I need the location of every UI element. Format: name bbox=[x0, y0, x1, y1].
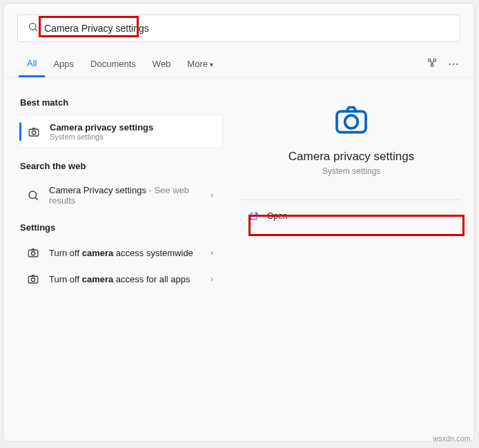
svg-point-10 bbox=[31, 252, 35, 255]
svg-point-4 bbox=[431, 64, 433, 66]
detail-panel: Camera privacy settings System settings … bbox=[231, 78, 474, 440]
watermark: wsxdn.com bbox=[433, 434, 471, 442]
tab-web[interactable]: Web bbox=[144, 52, 179, 76]
svg-point-0 bbox=[30, 23, 36, 30]
chevron-right-icon: › bbox=[206, 274, 217, 284]
search-icon bbox=[26, 189, 41, 202]
detail-hero: Camera privacy settings System settings bbox=[242, 93, 460, 190]
open-external-icon bbox=[249, 211, 259, 221]
search-icon bbox=[28, 21, 39, 35]
result-best-match[interactable]: Camera privacy settings System settings bbox=[19, 115, 223, 148]
result-title: Turn off camera access for all apps bbox=[49, 274, 206, 284]
share-icon[interactable] bbox=[426, 57, 438, 72]
svg-rect-9 bbox=[28, 250, 38, 257]
detail-title: Camera privacy settings bbox=[242, 150, 460, 164]
camera-icon bbox=[26, 273, 41, 285]
search-input[interactable] bbox=[44, 23, 450, 34]
search-bar[interactable] bbox=[17, 14, 460, 42]
section-search-web: Search the web bbox=[20, 161, 223, 171]
result-setting-allapps[interactable]: Turn off camera access for all apps › bbox=[19, 266, 223, 292]
chevron-right-icon: › bbox=[206, 191, 217, 200]
filter-tabs: All Apps Documents Web More▾ ⋯ bbox=[3, 50, 474, 78]
svg-point-6 bbox=[32, 130, 35, 134]
detail-subtitle: System settings bbox=[242, 166, 460, 176]
svg-point-14 bbox=[345, 115, 358, 128]
svg-rect-11 bbox=[28, 276, 38, 283]
content-area: Best match Camera privacy settings Syste… bbox=[3, 78, 474, 440]
result-subtitle: System settings bbox=[50, 133, 217, 141]
chevron-right-icon: › bbox=[206, 248, 217, 257]
search-window: All Apps Documents Web More▾ ⋯ Best matc… bbox=[3, 3, 475, 442]
section-best-match: Best match bbox=[20, 97, 223, 108]
svg-point-7 bbox=[29, 191, 37, 199]
open-action[interactable]: Open bbox=[242, 206, 460, 226]
svg-point-12 bbox=[31, 278, 35, 282]
divider bbox=[242, 199, 460, 200]
more-icon[interactable]: ⋯ bbox=[448, 57, 459, 70]
svg-rect-5 bbox=[29, 129, 39, 136]
tab-documents[interactable]: Documents bbox=[82, 52, 144, 76]
result-web[interactable]: Camera Privacy settings - See web result… bbox=[19, 178, 223, 213]
result-title: Camera privacy settings bbox=[50, 122, 217, 133]
camera-icon bbox=[26, 246, 41, 259]
camera-icon bbox=[332, 100, 371, 139]
chevron-down-icon: ▾ bbox=[210, 61, 213, 68]
result-setting-systemwide[interactable]: Turn off camera access systemwide › bbox=[19, 240, 223, 266]
svg-line-1 bbox=[35, 29, 37, 31]
tab-apps[interactable]: Apps bbox=[45, 52, 82, 76]
result-title: Turn off camera access systemwide bbox=[49, 248, 206, 258]
action-label: Open bbox=[267, 211, 287, 221]
tab-all[interactable]: All bbox=[19, 51, 45, 77]
result-title: Camera Privacy settings - See web result… bbox=[49, 185, 206, 206]
section-settings: Settings bbox=[20, 222, 223, 233]
svg-line-8 bbox=[35, 197, 37, 199]
camera-icon bbox=[26, 126, 41, 138]
tab-more[interactable]: More▾ bbox=[179, 52, 222, 76]
results-panel: Best match Camera privacy settings Syste… bbox=[3, 78, 231, 440]
